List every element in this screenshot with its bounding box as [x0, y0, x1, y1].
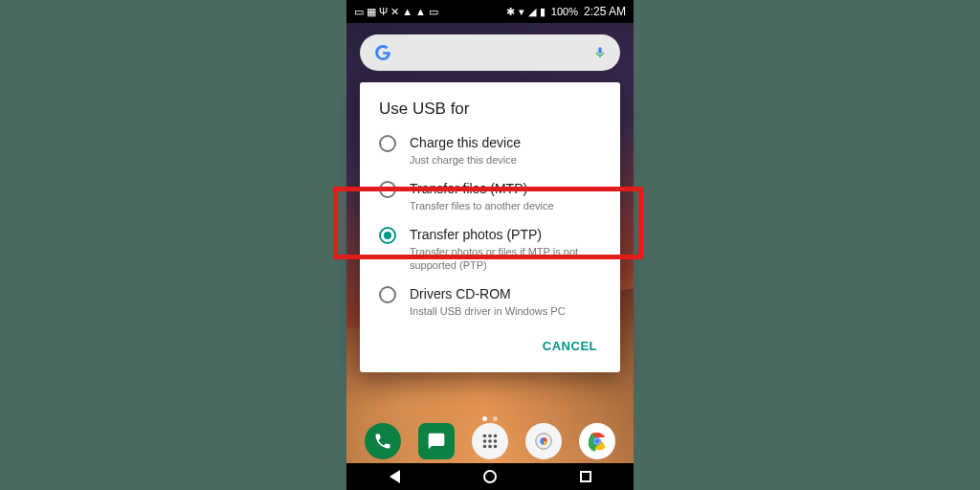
bluetooth-icon: ✱ [506, 6, 515, 18]
dialog-actions: CANCEL [360, 323, 620, 365]
home-button[interactable] [461, 463, 519, 490]
card-icon: ▭ [429, 6, 438, 18]
dock [346, 423, 634, 459]
svg-point-1 [488, 434, 492, 438]
google-logo-icon [373, 43, 392, 62]
mic-icon[interactable] [593, 44, 607, 61]
svg-point-6 [483, 445, 487, 449]
google-search-bar[interactable] [360, 34, 620, 71]
signal-icon: ◢ [528, 6, 536, 18]
svg-point-3 [483, 439, 487, 443]
usb-icon: Ψ [379, 6, 388, 17]
tools-icon: ✕ [390, 6, 399, 18]
page-indicator [346, 416, 634, 421]
wifi-icon: ▾ [519, 6, 524, 18]
option-ptp[interactable]: Transfer photos (PTP) Transfer photos or… [360, 218, 620, 278]
recent-button[interactable] [557, 463, 614, 490]
radio-icon-checked [379, 227, 396, 244]
page-dot [482, 416, 487, 421]
option-label: Transfer files (MTP) [410, 180, 601, 197]
svg-point-0 [483, 434, 487, 438]
option-desc: Transfer files to another device [410, 199, 601, 212]
battery-icon: ▮ [540, 6, 546, 18]
option-label: Charge this device [410, 134, 601, 151]
calendar-icon: ▦ [367, 6, 376, 18]
radio-icon [379, 135, 396, 152]
radio-icon [379, 286, 396, 303]
svg-point-4 [488, 439, 492, 443]
messages-app-icon[interactable] [418, 423, 455, 459]
svg-point-8 [494, 445, 498, 449]
svg-point-2 [494, 434, 498, 438]
svg-point-5 [494, 439, 498, 443]
status-left-icons: ▭ ▦ Ψ ✕ ▲ ▲ ▭ [354, 0, 438, 23]
status-clock: 2:25 AM [584, 5, 626, 18]
battery-percent: 100% [551, 6, 578, 17]
option-desc: Just charge this device [410, 153, 601, 167]
notification-icon: ▭ [354, 6, 364, 18]
chrome-app-icon[interactable] [579, 423, 615, 459]
option-mtp[interactable]: Transfer files (MTP) Transfer files to a… [360, 172, 620, 218]
phone-app-icon[interactable] [365, 423, 401, 459]
status-bar: ▭ ▦ Ψ ✕ ▲ ▲ ▭ ✱ ▾ ◢ ▮ 100% 2:25 AM [346, 0, 634, 23]
svg-point-16 [594, 438, 600, 444]
radio-icon [379, 181, 396, 198]
svg-point-7 [488, 445, 492, 449]
warning-icon: ▲ [415, 6, 426, 17]
option-label: Transfer photos (PTP) [410, 226, 601, 243]
phone-frame: ▭ ▦ Ψ ✕ ▲ ▲ ▭ ✱ ▾ ◢ ▮ 100% 2:25 AM Use U… [346, 0, 634, 490]
dialog-title: Use USB for [360, 100, 620, 126]
usb-dialog: Use USB for Charge this device Just char… [360, 82, 620, 372]
option-desc: Install USB driver in Windows PC [410, 304, 601, 318]
page-dot [493, 416, 498, 421]
cancel-button[interactable]: CANCEL [533, 331, 607, 361]
nav-bar [346, 463, 634, 490]
nav-icon: ▲ [402, 6, 412, 17]
back-button[interactable] [366, 463, 423, 490]
app-drawer-icon[interactable] [472, 423, 508, 459]
option-label: Drivers CD-ROM [410, 285, 601, 302]
option-cdrom[interactable]: Drivers CD-ROM Install USB driver in Win… [360, 278, 620, 323]
option-charge[interactable]: Charge this device Just charge this devi… [360, 126, 620, 172]
option-desc: Transfer photos or files if MTP is not s… [410, 245, 601, 272]
camera-app-icon[interactable] [525, 423, 562, 459]
